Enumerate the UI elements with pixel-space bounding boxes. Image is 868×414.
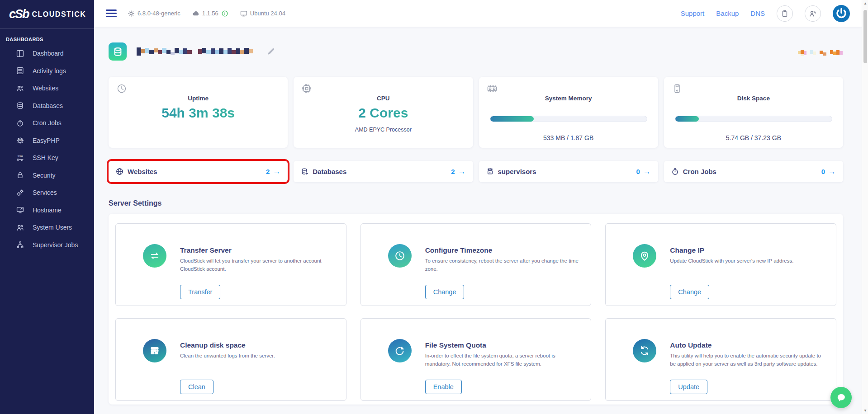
sidebar-item-cron-jobs[interactable]: Cron Jobs	[0, 114, 94, 132]
card-title: Transfer Server	[180, 246, 334, 254]
disk-progress-fill	[675, 116, 699, 122]
databases-quick-link[interactable]: Databases 2 →	[294, 161, 473, 182]
cron-jobs-icon	[16, 119, 24, 127]
kernel-version: 6.8.0-48-generic	[138, 10, 180, 17]
sidebar-item-security[interactable]: Security	[0, 167, 94, 184]
quick-link-label: supervisors	[498, 168, 536, 175]
info-icon[interactable]	[221, 10, 228, 17]
monitor-icon	[240, 10, 247, 17]
transfer-server-card: Transfer Server CloudStick will let you …	[115, 223, 346, 306]
memory-icon	[487, 83, 498, 96]
card-description: CloudStick will let you transfer your se…	[180, 257, 334, 273]
sidebar-item-label: Cron Jobs	[33, 119, 62, 127]
sidebar-item-system-users[interactable]: System Users	[0, 219, 94, 236]
disk-progress-track	[675, 116, 832, 122]
quota-pie-icon	[388, 339, 412, 362]
uptime-card: Uptime 54h 3m 38s	[109, 77, 288, 148]
redacted-server-name	[137, 47, 260, 56]
stopwatch-icon	[671, 168, 679, 175]
configure-timezone-card: Configure Timezone To ensure consistency…	[360, 223, 592, 306]
ssh-key-icon: SSH	[16, 154, 24, 162]
cloudstick-power-logo[interactable]	[833, 5, 850, 22]
memory-progress-track	[490, 116, 647, 122]
arrow-right-icon: →	[273, 168, 280, 175]
sidebar-item-label: Databases	[33, 102, 63, 109]
card-description: In-order to effect the file system quota…	[425, 352, 579, 368]
users-button[interactable]	[805, 5, 821, 22]
support-link[interactable]: Support	[681, 9, 705, 17]
sidebar-item-label: System Users	[33, 224, 72, 231]
dashboard-icon	[16, 49, 24, 57]
sidebar-item-supervisor-jobs[interactable]: Supervisor Jobs	[0, 236, 94, 254]
database-icon	[113, 47, 123, 56]
card-description: This utility will help you to enable the…	[670, 352, 824, 368]
disk-icon	[672, 83, 683, 96]
backup-link[interactable]: Backup	[716, 9, 739, 17]
cpu-icon	[301, 83, 312, 96]
sidebar-item-ssh-key[interactable]: SSH SSH Key	[0, 149, 94, 167]
card-title: Auto Update	[670, 341, 824, 349]
edit-pencil-icon[interactable]	[267, 47, 275, 56]
cloudstick-logo-text: CLOUDSTICK	[32, 10, 86, 19]
security-lock-icon	[16, 171, 24, 179]
clean-button[interactable]: Clean	[180, 380, 213, 394]
main-content: Uptime 54h 3m 38s CPU 2 Cores AMD EPYC P…	[94, 27, 862, 414]
card-description: To ensure consistency, reboot the server…	[425, 257, 579, 273]
websites-icon	[16, 84, 24, 92]
hamburger-menu-icon[interactable]	[106, 8, 117, 19]
chat-widget-button[interactable]	[830, 387, 852, 408]
system-users-icon	[16, 223, 24, 231]
panel-version: 1.1.56	[202, 10, 218, 17]
clock-icon	[116, 83, 127, 96]
disk-label: Disk Space	[664, 77, 843, 102]
card-title: Configure Timezone	[425, 246, 579, 254]
gear-icon	[128, 10, 135, 17]
scrollbar-thumb[interactable]	[863, 10, 867, 63]
sidebar-item-dashboard[interactable]: Dashboard	[0, 45, 94, 62]
sidebar-item-label: Supervisor Jobs	[33, 241, 78, 249]
change-timezone-button[interactable]: Change	[425, 285, 465, 299]
redacted-usage-badges	[798, 49, 843, 57]
quick-link-label: Databases	[313, 168, 346, 175]
uptime-label: Uptime	[109, 77, 288, 102]
change-ip-button[interactable]: Change	[670, 285, 709, 299]
cpu-label: CPU	[294, 77, 473, 102]
cron-jobs-quick-link[interactable]: Cron Jobs 0 →	[664, 161, 843, 182]
clipboard-button[interactable]	[777, 5, 793, 22]
update-button[interactable]: Update	[670, 380, 707, 394]
dns-link[interactable]: DNS	[750, 9, 765, 17]
arrow-right-icon: →	[643, 168, 651, 175]
websites-quick-link[interactable]: Websites 2 →	[109, 161, 288, 182]
sidebar-item-label: SSH Key	[33, 154, 58, 161]
server-header	[109, 42, 843, 61]
cpu-card: CPU 2 Cores AMD EPYC Processor	[294, 77, 473, 148]
card-description: Clean the unwanted logs from the server.	[180, 352, 334, 360]
topbar: 6.8.0-48-generic 1.1.56 Ubuntu 24.04 Sup…	[94, 0, 862, 27]
cloudstick-logo[interactable]: cSb CLOUDSTICK	[0, 0, 94, 21]
scroll-up-icon[interactable]: ▲	[862, 1, 868, 5]
arrow-right-icon: →	[828, 168, 836, 175]
scrollbar[interactable]: ▲ ▼	[862, 0, 868, 414]
sidebar-item-services[interactable]: Services	[0, 184, 94, 202]
sidebar-item-hostname[interactable]: Hostname	[0, 202, 94, 219]
uptime-value: 54h 3m 38s	[109, 105, 288, 121]
auto-update-card: Auto Update This utility will help you t…	[605, 318, 836, 401]
sidebar-item-activity-logs[interactable]: Activity logs	[0, 62, 94, 80]
sidebar-item-websites[interactable]: Websites	[0, 80, 94, 97]
sidebar-item-databases[interactable]: Databases	[0, 97, 94, 115]
enable-quota-button[interactable]: Enable	[425, 380, 462, 394]
os-info: Ubuntu 24.04	[240, 10, 285, 17]
transfer-button[interactable]: Transfer	[180, 285, 220, 299]
chat-icon	[836, 392, 847, 403]
disk-card: Disk Space 5.74 GB / 37.23 GB	[664, 77, 843, 148]
stats-row: Uptime 54h 3m 38s CPU 2 Cores AMD EPYC P…	[109, 77, 843, 148]
clipboard-icon	[781, 9, 789, 18]
kernel-info: 6.8.0-48-generic	[128, 10, 180, 17]
sidebar-item-easyphp[interactable]: PHP EasyPHP	[0, 132, 94, 150]
cpu-model: AMD EPYC Processor	[294, 127, 473, 133]
supervisors-quick-link[interactable]: supervisors 0 →	[479, 161, 658, 182]
sidebar-section-label: DASHBOARDS	[0, 29, 94, 45]
databases-count: 2	[451, 168, 455, 175]
websites-count: 2	[266, 168, 270, 175]
scroll-down-icon[interactable]: ▼	[862, 409, 868, 413]
